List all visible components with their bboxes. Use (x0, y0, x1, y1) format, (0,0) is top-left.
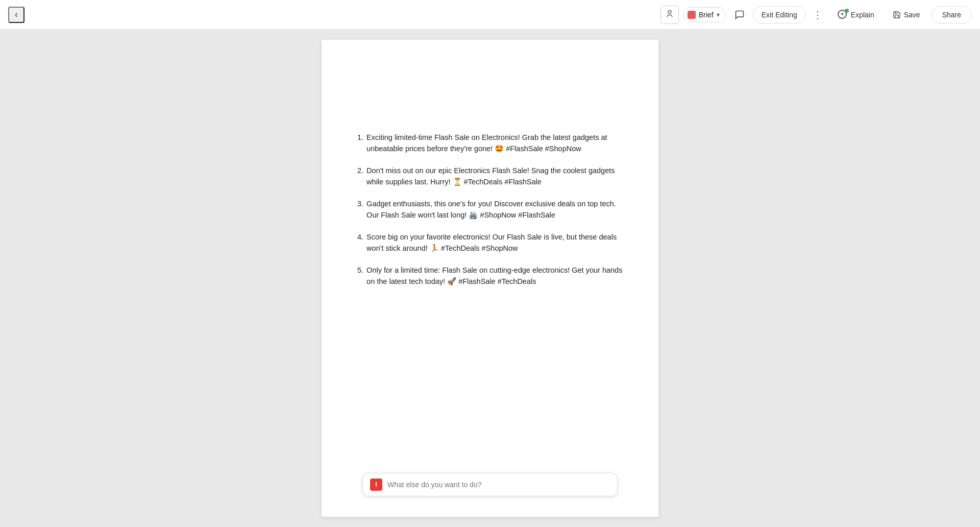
explain-icon: ✦ (838, 10, 848, 20)
header-right: Brief ▾ Exit Editing ⋮ ✦ Explain (660, 6, 972, 24)
brief-dropdown[interactable]: Brief ▾ (683, 7, 726, 22)
svg-point-0 (668, 10, 671, 13)
back-icon: ‹ (15, 9, 18, 20)
back-button[interactable]: ‹ (8, 7, 24, 23)
chat-bar: I (362, 473, 618, 496)
list-item: Exciting limited-time Flash Sale on Elec… (357, 132, 623, 155)
list-item-text-3: Gadget enthusiasts, this one's for you! … (366, 198, 623, 221)
content-list: Exciting limited-time Flash Sale on Elec… (357, 132, 623, 288)
list-item-text-1: Exciting limited-time Flash Sale on Elec… (366, 132, 623, 155)
chat-icon: I (370, 478, 382, 491)
chevron-down-icon: ▾ (717, 11, 720, 18)
list-item: Score big on your favorite electronics! … (357, 231, 623, 254)
explain-button[interactable]: ✦ Explain (830, 6, 881, 24)
share-label: Share (942, 11, 961, 19)
list-item-text-5: Only for a limited time: Flash Sale on c… (366, 265, 623, 288)
list-item-text-2: Don't miss out on our epic Electronics F… (366, 165, 623, 188)
explain-label: Explain (851, 11, 874, 19)
document-body: Exciting limited-time Flash Sale on Elec… (357, 132, 623, 288)
share-button[interactable]: Share (932, 6, 972, 23)
green-status-dot (845, 9, 849, 13)
person-icon (665, 9, 674, 20)
save-button[interactable]: Save (886, 7, 927, 23)
brief-label: Brief (699, 11, 714, 19)
list-item-text-4: Score big on your favorite electronics! … (366, 231, 623, 254)
chat-input[interactable] (387, 481, 610, 489)
comment-button[interactable] (730, 6, 749, 24)
exit-editing-label: Exit Editing (762, 11, 797, 19)
list-item: Don't miss out on our epic Electronics F… (357, 165, 623, 188)
header: ‹ Brief ▾ Exit Editing (0, 0, 980, 30)
header-left: ‹ (8, 7, 24, 23)
chat-icon-label: I (375, 481, 377, 488)
list-item: Gadget enthusiasts, this one's for you! … (357, 198, 623, 221)
collaborators-button[interactable] (660, 6, 679, 24)
brief-color-indicator (688, 11, 696, 19)
list-item: Only for a limited time: Flash Sale on c… (357, 265, 623, 288)
exit-editing-button[interactable]: Exit Editing (753, 6, 806, 23)
save-label: Save (904, 11, 920, 19)
document-paper: Exciting limited-time Flash Sale on Elec… (322, 40, 658, 517)
more-icon: ⋮ (813, 9, 823, 21)
main-content: Exciting limited-time Flash Sale on Elec… (0, 30, 980, 527)
more-options-button[interactable]: ⋮ (810, 7, 826, 23)
